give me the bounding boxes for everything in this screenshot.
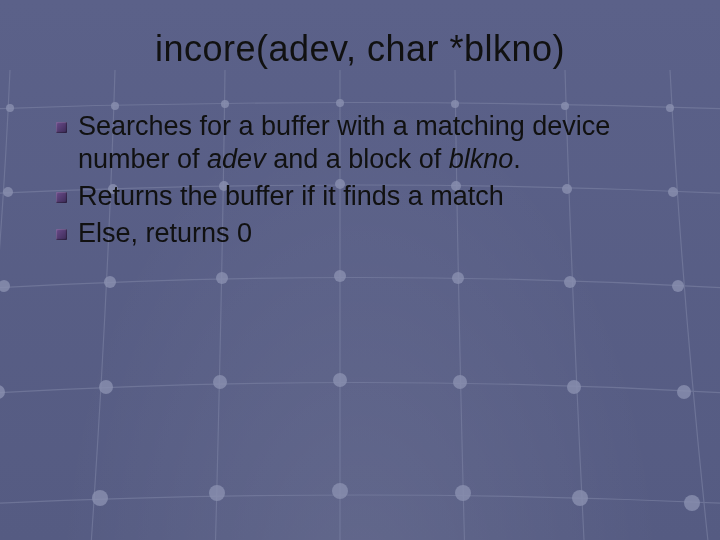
list-item: Searches for a buffer with a matching de… — [56, 110, 676, 176]
list-item: Returns the buffer if it finds a match — [56, 180, 676, 213]
slide-title: incore(adev, char *blkno) — [44, 28, 676, 70]
bullet-text: Else, returns 0 — [78, 218, 252, 248]
bullet-em: blkno — [449, 144, 514, 174]
list-item: Else, returns 0 — [56, 217, 676, 250]
slide-content: incore(adev, char *blkno) Searches for a… — [0, 0, 720, 540]
bullet-em: adev — [207, 144, 266, 174]
bullet-text: Returns the buffer if it finds a match — [78, 181, 504, 211]
bullet-list: Searches for a buffer with a matching de… — [44, 110, 676, 250]
bullet-text: . — [513, 144, 521, 174]
bullet-text: and a block of — [266, 144, 449, 174]
